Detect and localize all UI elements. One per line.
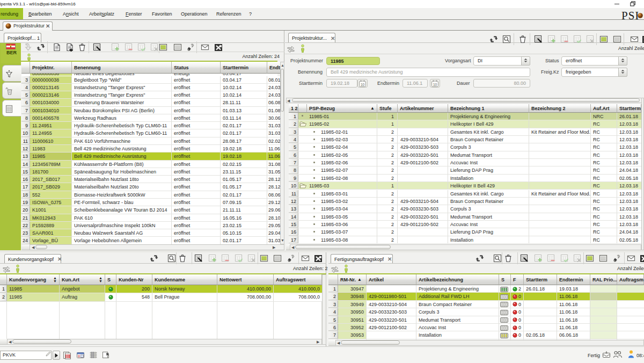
svg-text:10: 10 — [433, 83, 437, 86]
svg-text:10: 10 — [361, 83, 365, 86]
